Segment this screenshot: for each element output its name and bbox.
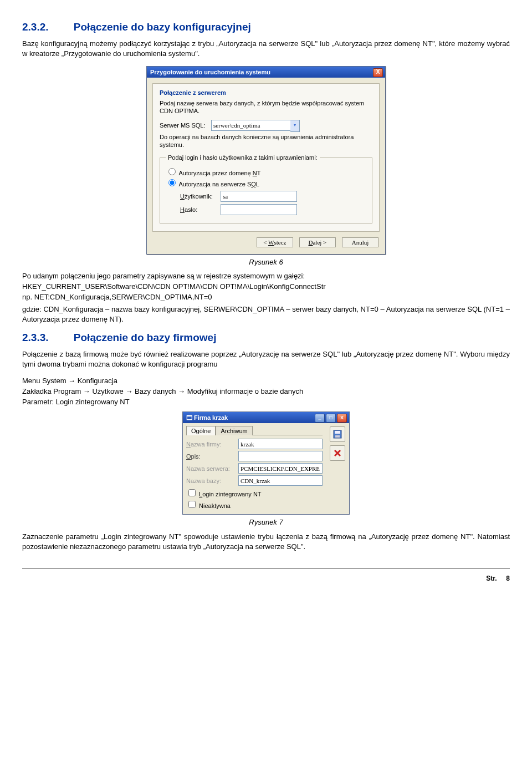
checkbox-nieaktywna[interactable] <box>188 501 196 508</box>
back-button[interactable]: < Wstecz <box>257 237 293 247</box>
x-icon <box>333 449 342 458</box>
dialog2-title: Firma krzak <box>194 414 228 421</box>
dialog-firma: 🗔 Firma krzak _ □ X Ogólne Archiwum Nazw… <box>182 411 350 515</box>
checkbox-login-nt[interactable] <box>188 489 196 496</box>
close-icon[interactable]: X <box>373 68 383 77</box>
pass-input[interactable] <box>221 204 297 215</box>
dialog2-titlebar: 🗔 Firma krzak _ □ X <box>183 412 349 423</box>
after-fig-line1: Po udanym połączeniu jego parametry zapi… <box>22 272 510 280</box>
panel-instruction: Podaj nazwę serwera bazy danych, z który… <box>160 99 372 115</box>
serwer-combo[interactable]: ▾ <box>211 120 300 131</box>
sec2-p4: Parametr: Login zintegrowany NT <box>22 398 510 406</box>
radio-nt[interactable] <box>168 168 176 175</box>
label-chk-nieaktywna: Nieaktywna <box>199 502 231 509</box>
radio-row-sql: Autoryzacja na serwerze SQL <box>166 177 366 187</box>
figure-2: 🗔 Firma krzak _ □ X Ogólne Archiwum Nazw… <box>22 411 510 515</box>
tabs: Ogólne Archiwum <box>186 425 323 435</box>
svg-rect-1 <box>335 431 340 434</box>
serwer-label: Serwer MS SQL: <box>160 122 209 129</box>
label-nazwa-firmy: Nazwa firmy: <box>186 441 238 448</box>
page-footer: Str. 8 <box>22 572 510 582</box>
cancel-button[interactable]: Anuluj <box>342 237 378 247</box>
close-icon[interactable]: X <box>337 414 347 423</box>
user-input[interactable] <box>221 191 297 202</box>
form-area: Ogólne Archiwum Nazwa firmy: Opis: Nazwa… <box>183 423 326 514</box>
radio-sql[interactable] <box>168 179 176 186</box>
svg-rect-2 <box>335 435 340 438</box>
registry-example: np. NET:CDN_Konfiguracja,SERWER\CDN_OPTI… <box>22 293 510 301</box>
figure-2-caption: Rysunek 7 <box>22 518 510 526</box>
label-nazwa-bazy: Nazwa bazy: <box>186 477 238 484</box>
floppy-icon <box>333 430 342 439</box>
cancel-button[interactable] <box>330 445 345 461</box>
user-label: Użytkownik: <box>180 193 219 200</box>
sec2-p1: Połączenie z bazą firmową może być równi… <box>22 349 510 369</box>
sec2-p3: Zakładka Program → Użytkowe → Bazy danyc… <box>22 387 510 395</box>
radio-sql-label: Autoryzacja na serwerze SQL <box>178 181 259 187</box>
label-opis: Opis: <box>186 453 238 460</box>
section-title: Połączenie do bazy firmowej <box>74 332 217 343</box>
row-chk-nieaktywna: Nieaktywna <box>186 499 323 510</box>
footer-label: Str. <box>486 575 497 582</box>
auth-legend: Podaj login i hasło użytkownika z takimi… <box>166 154 320 161</box>
panel-title: Połączenie z serwerem <box>160 89 372 96</box>
input-nazwa-serwera[interactable] <box>238 463 323 474</box>
row-chk-login-nt: Login zintegrowany NT <box>186 487 323 498</box>
section-number: 2.3.3. <box>22 332 49 343</box>
section-paragraph: Bazę konfiguracyjną możemy podłączyć kor… <box>22 39 510 58</box>
section-number: 2.3.2. <box>22 21 49 33</box>
app-icon: 🗔 <box>186 414 192 421</box>
dialog-panel: Połączenie z serwerem Podaj nazwę serwer… <box>152 83 380 232</box>
dialog-titlebar: Przygotowanie do uruchomienia systemu X <box>147 67 385 78</box>
figure-1-caption: Rysunek 6 <box>22 258 510 266</box>
maximize-icon[interactable]: □ <box>326 414 336 423</box>
section-heading-2-3-3: 2.3.3. Połączenie do bazy firmowej <box>22 332 510 344</box>
footer-rule <box>22 568 510 569</box>
save-button[interactable] <box>330 426 345 442</box>
dialog-title: Przygotowanie do uruchomienia systemu <box>150 69 270 75</box>
tab-ogolne[interactable]: Ogólne <box>186 426 216 435</box>
registry-path: HKEY_CURRENT_USER\Software\CDN\CDN OPT!M… <box>22 282 510 291</box>
minimize-icon[interactable]: _ <box>315 414 325 423</box>
label-nazwa-serwera: Nazwa serwera: <box>186 465 238 472</box>
next-button[interactable]: Dalej > <box>299 237 336 247</box>
credentials: Użytkownik: Hasło: <box>180 191 366 215</box>
figure-1: Przygotowanie do uruchomienia systemu X … <box>22 66 510 255</box>
input-nazwa-firmy[interactable] <box>238 439 323 449</box>
row-serwer: Serwer MS SQL: ▾ <box>160 120 372 131</box>
sec2-p2: Menu System → Konfiguracja <box>22 377 510 385</box>
closing-paragraph: Zaznaczenie parametru „Login zintegrowan… <box>22 532 510 551</box>
perm-note: Do operacji na bazach danych konieczne s… <box>160 133 372 149</box>
pass-label: Hasło: <box>180 206 219 213</box>
registry-desc: gdzie: CDN_Konfiguracja – nazwa bazy kon… <box>22 304 510 324</box>
section-heading-2-3-2: 2.3.2. Połączenie do bazy konfiguracyjne… <box>22 21 510 33</box>
input-nazwa-bazy[interactable] <box>238 475 323 486</box>
section-title: Połączenie do bazy konfiguracyjnej <box>74 21 251 33</box>
radio-row-nt: Autoryzacja przez domenę NT <box>166 166 366 176</box>
tab-archiwum[interactable]: Archiwum <box>216 426 252 435</box>
input-opis[interactable] <box>238 451 323 461</box>
chevron-down-icon[interactable]: ▾ <box>290 120 300 132</box>
radio-nt-label: Autoryzacja przez domenę NT <box>178 170 260 176</box>
side-buttons <box>326 423 349 514</box>
dialog-przygotowanie: Przygotowanie do uruchomienia systemu X … <box>146 66 386 255</box>
auth-fieldset: Podaj login i hasło użytkownika z takimi… <box>160 154 372 223</box>
label-chk-login-nt: Login zintegrowany NT <box>199 491 262 497</box>
dialog-buttons: < Wstecz Dalej > Anuluj <box>147 237 385 254</box>
footer-page: 8 <box>506 575 510 582</box>
serwer-input[interactable] <box>211 120 293 131</box>
